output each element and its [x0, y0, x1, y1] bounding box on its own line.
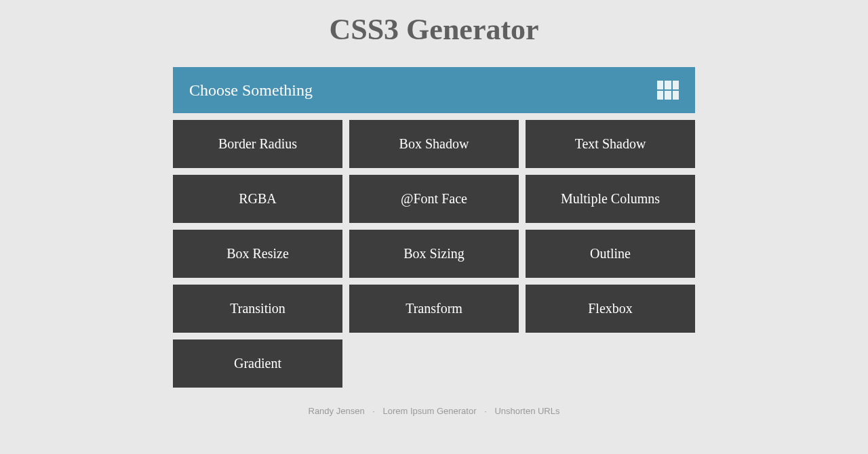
option-text-shadow[interactable]: Text Shadow [526, 120, 695, 168]
option-gradient[interactable]: Gradient [173, 339, 342, 388]
options-grid: Border Radius Box Shadow Text Shadow RGB… [173, 120, 695, 388]
footer-links: Randy Jensen · Lorem Ipsum Generator · U… [173, 406, 695, 416]
dropdown-header-label: Choose Something [189, 81, 313, 100]
footer-author[interactable]: Randy Jensen [309, 406, 365, 416]
panel: Choose Something Border Radius Box Shado… [173, 67, 695, 388]
main-container: CSS3 Generator Choose Something Border R… [0, 0, 868, 388]
footer-sep: · [372, 406, 375, 416]
option-flexbox[interactable]: Flexbox [526, 285, 695, 333]
option-box-resize[interactable]: Box Resize [173, 230, 342, 278]
option-rgba[interactable]: RGBA [173, 175, 342, 223]
option-font-face[interactable]: @Font Face [349, 175, 519, 223]
option-multiple-columns[interactable]: Multiple Columns [526, 175, 695, 223]
dropdown-header[interactable]: Choose Something [173, 67, 695, 113]
option-transition[interactable]: Transition [173, 285, 342, 333]
option-transform[interactable]: Transform [349, 285, 519, 333]
option-outline[interactable]: Outline [526, 230, 695, 278]
option-box-shadow[interactable]: Box Shadow [349, 120, 519, 168]
footer-sep: · [484, 406, 487, 416]
footer-link-unshorten[interactable]: Unshorten URLs [494, 406, 559, 416]
footer-link-lorem[interactable]: Lorem Ipsum Generator [383, 406, 477, 416]
grid-icon [657, 81, 679, 100]
page-title: CSS3 Generator [0, 12, 868, 47]
option-border-radius[interactable]: Border Radius [173, 120, 342, 168]
option-box-sizing[interactable]: Box Sizing [349, 230, 519, 278]
